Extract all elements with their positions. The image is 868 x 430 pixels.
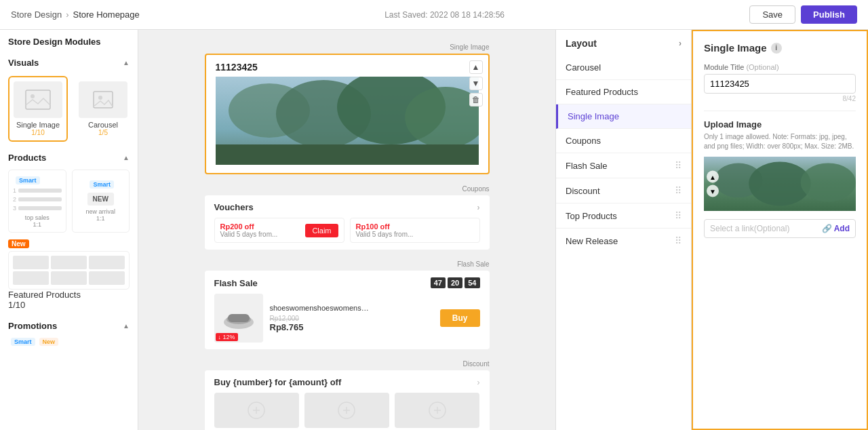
link-add-button[interactable]: 🔗 Add	[822, 224, 850, 233]
voucher-1-info: Rp200 off Valid 5 days from...	[220, 222, 278, 238]
last-saved: Last Saved: 2022 08 18 14:28:56	[384, 10, 505, 20]
top-products-drag-icon[interactable]: ⠿	[675, 210, 682, 221]
props-info-icon[interactable]: i	[771, 43, 782, 54]
visuals-collapse-icon[interactable]: ▲	[123, 59, 130, 66]
block-forest-image	[216, 77, 479, 165]
products-module-grid: Smart 1 2 3 top sales1:1 Smart NEW new a…	[0, 167, 138, 235]
products-collapse-icon[interactable]: ▲	[123, 154, 130, 161]
voucher-2: Rp100 off Valid 5 days from...	[350, 218, 480, 243]
save-button[interactable]: Save	[749, 5, 795, 24]
vouchers-header: Vouchers ›	[214, 202, 480, 212]
breadcrumb: Store Design › Store Homepage	[11, 9, 140, 20]
voucher-2-validity: Valid 5 days from...	[356, 231, 414, 238]
promotions-collapse-icon[interactable]: ▲	[123, 322, 130, 330]
svg-rect-9	[216, 144, 479, 165]
discount-content	[214, 393, 480, 428]
feat-cell-2	[51, 256, 87, 269]
preview-up-btn[interactable]: ▲	[707, 171, 719, 183]
feat-cell-3	[89, 256, 125, 269]
voucher-1-amount: Rp200 off	[220, 222, 278, 231]
flash-sale-drag-icon[interactable]: ⠿	[675, 160, 682, 171]
flash-sale-timer: 47 20 54	[431, 277, 480, 288]
timer-hours: 47	[431, 277, 446, 288]
featured-card-inner	[8, 251, 130, 290]
coupons-canvas-label: Coupons	[205, 185, 490, 193]
discount-chevron[interactable]: ›	[477, 378, 480, 387]
feat-cell-1	[13, 256, 49, 269]
carousel-module-card[interactable]: Carousel 1/5	[73, 76, 133, 142]
layout-item-top-products[interactable]: Top Products ⠿	[556, 203, 691, 229]
layout-items-list: Carousel Featured Products Single Image …	[556, 56, 691, 253]
flash-sale-canvas-label: Flash Sale	[205, 260, 490, 268]
publish-button[interactable]: Publish	[801, 5, 857, 24]
claim-button-1[interactable]: Claim	[305, 224, 338, 237]
layout-item-flash-sale[interactable]: Flash Sale ⠿	[556, 153, 691, 178]
layout-panel: Layout › Carousel Featured Products Sing…	[556, 30, 692, 430]
vouchers-chevron[interactable]: ›	[477, 203, 480, 212]
props-panel-title: Single Image i	[704, 42, 856, 54]
layout-item-featured-products[interactable]: Featured Products	[556, 80, 691, 104]
voucher-1-validity: Valid 5 days from...	[220, 231, 278, 238]
topbar: Store Design › Store Homepage Last Saved…	[0, 0, 868, 30]
svg-rect-2	[94, 92, 113, 108]
layout-item-discount[interactable]: Discount ⠿	[556, 178, 691, 203]
carousel-label: Carousel	[88, 121, 118, 129]
upload-image-preview: ▲ ▼	[704, 157, 856, 211]
module-title-input[interactable]	[710, 79, 850, 89]
featured-new-badge: New	[8, 239, 29, 248]
preview-nav: ▲ ▼	[707, 171, 719, 197]
voucher-1: Rp200 off Valid 5 days from... Claim	[214, 218, 344, 243]
buy-button[interactable]: Buy	[440, 309, 480, 327]
link-field[interactable]: Select a link(Optional) 🔗 Add	[704, 219, 856, 238]
svg-rect-13	[228, 314, 250, 322]
single-image-count: 1/10	[31, 129, 44, 136]
single-image-block[interactable]: 11123425	[205, 54, 490, 174]
carousel-count: 1/5	[98, 129, 108, 136]
scroll-down-btn[interactable]: ▼	[469, 77, 483, 90]
top-sales-badge: Smart	[16, 176, 40, 184]
flash-product: ↓ 12% shoeswomenshoeswomenshoeswome Rp12…	[214, 294, 480, 343]
svg-point-20	[801, 163, 856, 201]
block-controls: ▲ ▼ 🗑	[469, 60, 483, 106]
new-arrival-card[interactable]: Smart NEW new arrival1:1	[72, 170, 130, 233]
timer-seconds: 54	[465, 277, 479, 288]
block-title: 11123425	[206, 55, 488, 77]
section-divider-1	[704, 111, 856, 111]
left-sidebar: Store Design Modules Visuals ▲ Single Im…	[0, 30, 138, 430]
flash-product-price: Rp8.765	[270, 322, 433, 332]
layout-title: Layout	[566, 38, 597, 49]
single-image-module-card[interactable]: Single Image 1/10	[8, 76, 68, 142]
breadcrumb-parent[interactable]: Store Design	[11, 9, 62, 20]
properties-panel: Single Image i Module Title (Optional) 8…	[692, 30, 868, 430]
upload-image-note: Only 1 image allowed. Note: Formats: jpg…	[704, 132, 856, 151]
featured-products-card[interactable]: New Featured Products1/10	[0, 235, 138, 314]
visuals-section-header[interactable]: Visuals ▲	[0, 51, 138, 72]
module-title-char-count: 8/42	[704, 95, 856, 102]
scroll-up-btn[interactable]: ▲	[469, 60, 483, 74]
discount-drag-icon[interactable]: ⠿	[675, 185, 682, 196]
layout-item-single-image[interactable]: Single Image	[556, 104, 691, 129]
promotions-badges: Smart New	[0, 335, 138, 349]
products-section-header[interactable]: Products ▲	[0, 146, 138, 167]
layout-chevron-icon[interactable]: ›	[679, 39, 682, 48]
discount-header: Buy {number} for {amount} off ›	[214, 377, 480, 387]
promotions-section-header[interactable]: Promotions ▲	[0, 314, 138, 335]
flash-sale-header: Flash Sale 47 20 54	[214, 277, 480, 288]
top-sales-card[interactable]: Smart 1 2 3 top sales1:1	[8, 170, 66, 233]
discount-badge: ↓ 12%	[216, 333, 238, 341]
new-arrival-new-badge: NEW	[87, 193, 114, 206]
preview-down-btn[interactable]: ▼	[707, 185, 719, 197]
svg-point-1	[31, 94, 35, 98]
delete-btn[interactable]: 🗑	[469, 93, 483, 106]
layout-item-carousel[interactable]: Carousel	[556, 56, 691, 80]
svg-point-3	[98, 96, 102, 100]
new-release-drag-icon[interactable]: ⠿	[675, 235, 682, 246]
breadcrumb-separator: ›	[66, 9, 68, 20]
link-placeholder: Select a link(Optional)	[710, 224, 818, 233]
featured-count: Featured Products1/10	[8, 290, 130, 310]
voucher-2-info: Rp100 off Valid 5 days from...	[356, 222, 414, 238]
layout-item-coupons[interactable]: Coupons	[556, 129, 691, 153]
flash-sale-block: Flash Sale 47 20 54	[205, 271, 490, 349]
canvas-inner: Single Image 11123425	[205, 43, 490, 430]
layout-item-new-release[interactable]: New Release ⠿	[556, 229, 691, 253]
